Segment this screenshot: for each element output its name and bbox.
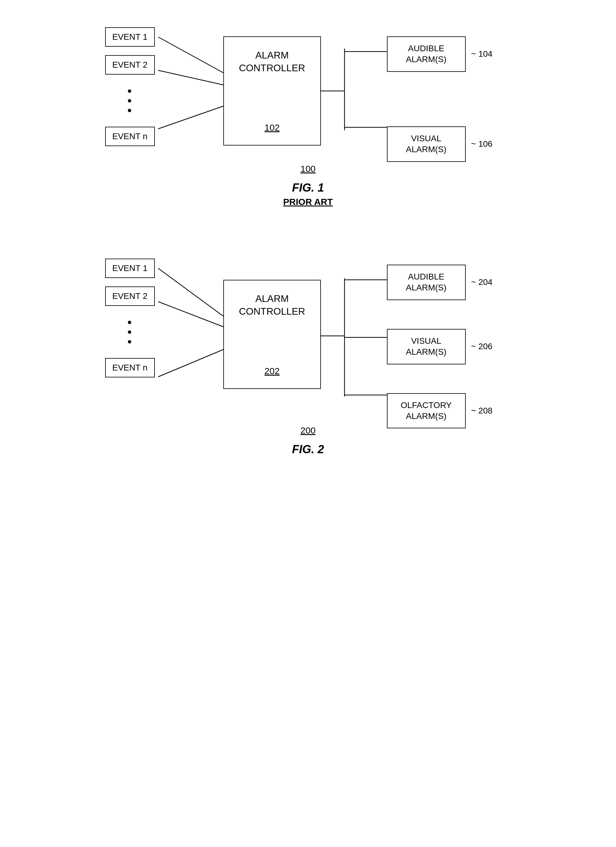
fig2-audible-alarm-box: AUDIBLE ALARM(S) — [387, 265, 466, 300]
svg-line-8 — [158, 302, 223, 327]
fig2-controller-label1: ALARM — [239, 292, 305, 305]
fig2-event1-box: EVENT 1 — [105, 258, 155, 278]
fig2-diagram: EVENT 1 EVENT 2 ••• EVENT n ALARM CONTRO… — [96, 249, 520, 425]
fig2-visual-alarm-number: ~ 206 — [471, 342, 493, 351]
fig2-olfactory-alarm-box: OLFACTORY ALARM(S) — [387, 393, 466, 429]
fig2-container: EVENT 1 EVENT 2 ••• EVENT n ALARM CONTRO… — [35, 249, 581, 456]
fig1-title: FIG. 1 — [292, 181, 324, 194]
fig2-visual-alarm-box: VISUAL ALARM(S) — [387, 329, 466, 364]
fig2-controller-box: ALARM CONTROLLER 202 — [223, 280, 321, 389]
fig2-audible-alarm-row: AUDIBLE ALARM(S) ~ 204 — [387, 265, 493, 300]
fig2-olfactory-alarm-row: OLFACTORY ALARM(S) ~ 208 — [387, 393, 493, 429]
svg-line-1 — [158, 70, 223, 85]
svg-line-0 — [158, 37, 223, 73]
svg-line-2 — [158, 106, 223, 129]
fig1-controller-number: 102 — [265, 122, 280, 133]
fig1-controller-box: ALARM CONTROLLER 102 — [223, 36, 321, 146]
event2-box: EVENT 2 — [105, 55, 155, 75]
fig1-diagram: EVENT 1 EVENT 2 ••• EVENT n ALARM CONTRO… — [96, 18, 520, 164]
fig1-audible-alarm-box: AUDIBLE ALARM(S) — [387, 36, 466, 72]
fig1-container: EVENT 1 EVENT 2 ••• EVENT n ALARM CONTRO… — [35, 18, 581, 225]
fig2-event2-box: EVENT 2 — [105, 286, 155, 306]
fig1-controller-label1: ALARM — [239, 49, 305, 62]
fig2-title: FIG. 2 — [292, 443, 324, 456]
fig1-audible-alarm-number: ~ 104 — [471, 49, 493, 59]
fig2-audible-alarm-number: ~ 204 — [471, 277, 493, 287]
eventn-box: EVENT n — [105, 127, 155, 146]
fig2-controller-label2: CONTROLLER — [239, 305, 305, 318]
fig2-controller-number: 202 — [265, 366, 280, 376]
fig1-dots: ••• — [105, 83, 155, 118]
fig2-dots: ••• — [105, 314, 155, 350]
fig1-visual-alarm-number: ~ 106 — [471, 139, 493, 149]
svg-line-7 — [158, 268, 223, 316]
svg-line-9 — [158, 350, 223, 377]
fig2-visual-alarm-row: VISUAL ALARM(S) ~ 206 — [387, 329, 493, 364]
fig1-visual-alarm-box: VISUAL ALARM(S) — [387, 126, 466, 162]
fig1-audible-alarm-row: AUDIBLE ALARM(S) ~ 104 — [387, 36, 493, 72]
fig1-visual-alarm-row: VISUAL ALARM(S) ~ 106 — [387, 126, 493, 162]
fig1-diagram-number: 100 — [300, 164, 315, 174]
fig2-olfactory-alarm-number: ~ 208 — [471, 406, 493, 416]
fig2-diagram-number: 200 — [300, 425, 315, 435]
fig1-subtitle: PRIOR ART — [283, 197, 333, 207]
fig2-eventn-box: EVENT n — [105, 358, 155, 378]
fig1-controller-label2: CONTROLLER — [239, 62, 305, 75]
event1-box: EVENT 1 — [105, 27, 155, 47]
